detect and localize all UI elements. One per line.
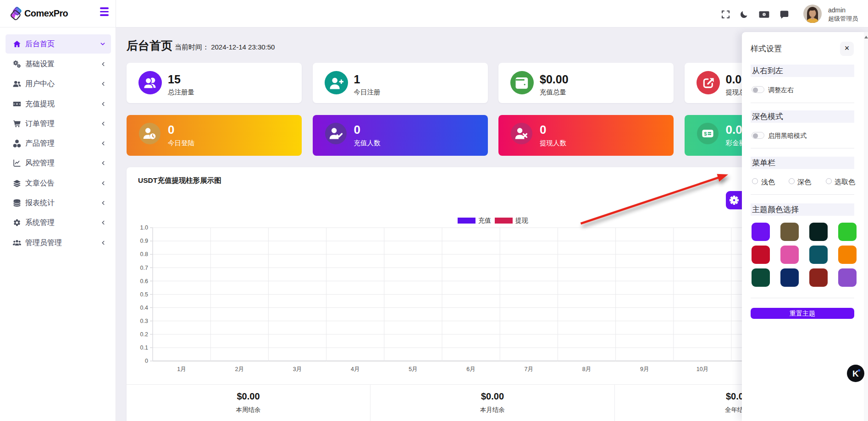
svg-text:7月: 7月 bbox=[525, 366, 533, 372]
svg-text:0.1: 0.1 bbox=[140, 344, 148, 351]
svg-text:$: $ bbox=[704, 131, 707, 137]
svg-text:0.5: 0.5 bbox=[140, 291, 148, 298]
svg-text:1月: 1月 bbox=[177, 366, 186, 372]
svg-text:9月: 9月 bbox=[640, 366, 649, 372]
svg-text:0.3: 0.3 bbox=[140, 318, 148, 324]
svg-text:2月: 2月 bbox=[235, 366, 244, 372]
svg-text:1.0: 1.0 bbox=[140, 224, 148, 231]
svg-text:0.4: 0.4 bbox=[140, 305, 148, 311]
svg-text:8月: 8月 bbox=[582, 366, 591, 372]
svg-text:3月: 3月 bbox=[293, 366, 302, 372]
svg-text:6月: 6月 bbox=[466, 366, 475, 372]
svg-text:0.8: 0.8 bbox=[140, 251, 148, 257]
svg-text:0: 0 bbox=[145, 358, 148, 364]
svg-text:0.7: 0.7 bbox=[140, 265, 148, 271]
svg-text:K: K bbox=[852, 369, 859, 378]
svg-text:10月: 10月 bbox=[697, 366, 708, 372]
svg-text:0.9: 0.9 bbox=[140, 238, 148, 244]
svg-text:0.2: 0.2 bbox=[140, 331, 148, 338]
svg-text:0.6: 0.6 bbox=[140, 278, 148, 284]
svg-text:5月: 5月 bbox=[409, 366, 417, 372]
svg-text:4月: 4月 bbox=[351, 366, 359, 372]
